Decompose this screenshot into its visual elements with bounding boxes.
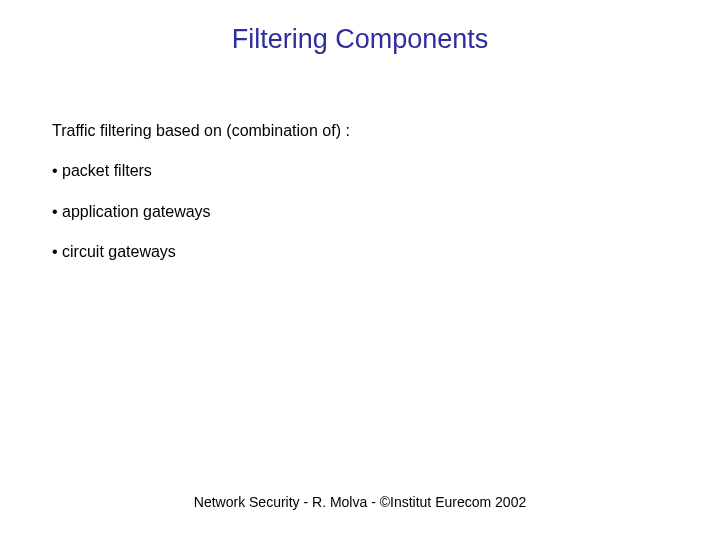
slide-footer: Network Security - R. Molva - ©Institut …: [0, 494, 720, 510]
bullet-item: • packet filters: [52, 160, 668, 182]
slide-title: Filtering Components: [0, 24, 720, 55]
intro-text: Traffic filtering based on (combination …: [52, 120, 668, 142]
slide-content: Traffic filtering based on (combination …: [52, 120, 668, 282]
bullet-item: • circuit gateways: [52, 241, 668, 263]
slide: Filtering Components Traffic filtering b…: [0, 0, 720, 540]
bullet-item: • application gateways: [52, 201, 668, 223]
